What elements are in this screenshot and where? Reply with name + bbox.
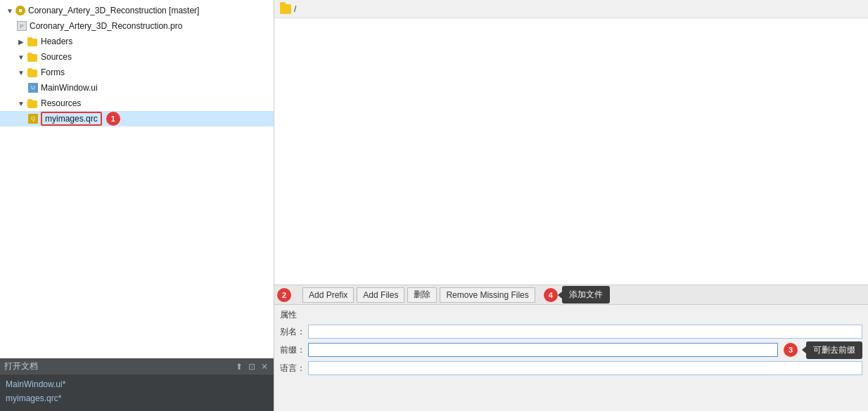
path-folder-icon bbox=[280, 4, 291, 14]
open-docs-list: MainWindow.ui* myimages.qrc* bbox=[0, 374, 274, 408]
doc-item-myimages-label: myimages.qrc* bbox=[6, 393, 61, 403]
sources-expand-icon: ▼ bbox=[17, 53, 25, 61]
project-tree: ▼ ■ Coronary_Artery_3D_Reconstruction [m… bbox=[0, 0, 274, 358]
open-docs-actions: ⬆ ⊡ ✕ bbox=[234, 362, 269, 372]
language-label: 语言： bbox=[280, 363, 308, 374]
forms-expand-icon: ▼ bbox=[17, 68, 25, 77]
delete-button[interactable]: 删除 bbox=[407, 287, 437, 303]
tree-item-headers[interactable]: ▶ Headers bbox=[0, 34, 274, 49]
tree-item-forms[interactable]: ▼ Forms bbox=[0, 65, 274, 80]
project-icon: ■ bbox=[15, 6, 25, 15]
prefix-row: 前缀： 3 可删去前缀 bbox=[280, 342, 862, 358]
open-docs-action-up[interactable]: ⬆ bbox=[234, 362, 244, 372]
open-docs-panel: 打开文档 ⬆ ⊡ ✕ MainWindow.ui* myimages.qrc* bbox=[0, 358, 274, 411]
badge-2: 2 bbox=[277, 288, 291, 302]
open-docs-action-split[interactable]: ⊡ bbox=[247, 362, 257, 372]
tree-item-pro[interactable]: P Coronary_Artery_3D_Reconstruction.pro bbox=[0, 18, 274, 34]
prefix-input-wrapper: 3 可删去前缀 bbox=[308, 341, 862, 359]
badge-1: 1 bbox=[106, 112, 120, 126]
forms-label: Forms bbox=[41, 67, 65, 77]
resource-panel: 2 Add Prefix Add Files 删除 Remove Missing… bbox=[274, 285, 868, 411]
forms-folder-icon bbox=[27, 67, 38, 77]
open-docs-title: 打开文档 bbox=[4, 360, 38, 372]
left-panel: ▼ ■ Coronary_Artery_3D_Reconstruction [m… bbox=[0, 0, 274, 411]
open-docs-header: 打开文档 ⬆ ⊡ ✕ bbox=[0, 359, 274, 374]
alias-input[interactable] bbox=[308, 325, 862, 339]
right-panel: / 2 Add Prefix Add Files 删除 bbox=[274, 0, 868, 411]
badge-3: 3 bbox=[784, 343, 798, 357]
resources-label: Resources bbox=[41, 98, 81, 108]
properties-section: 属性 别名： 前缀： 3 可删去前缀 bbox=[274, 305, 868, 383]
sources-folder-icon bbox=[27, 52, 38, 62]
mainwindow-ui-label: MainWindow.ui bbox=[41, 83, 98, 93]
tree-item-resources[interactable]: ▼ Resources bbox=[0, 96, 274, 111]
headers-expand-icon: ▶ bbox=[17, 37, 25, 46]
resources-expand-icon: ▼ bbox=[17, 99, 25, 107]
alias-row: 别名： bbox=[280, 324, 862, 339]
qrc-file-icon: Q bbox=[28, 114, 38, 124]
prefix-input[interactable] bbox=[308, 343, 778, 357]
pro-file-icon: P bbox=[17, 21, 27, 31]
path-text: / bbox=[294, 4, 296, 14]
headers-label: Headers bbox=[41, 37, 72, 46]
root-label: Coronary_Artery_3D_Reconstruction [maste… bbox=[28, 6, 199, 15]
language-input[interactable] bbox=[308, 361, 862, 375]
prefix-label: 前缀： bbox=[280, 344, 308, 356]
remove-missing-button[interactable]: Remove Missing Files bbox=[440, 287, 535, 303]
qrc-file-label: myimages.qrc bbox=[45, 114, 98, 124]
alias-label: 别名： bbox=[280, 326, 308, 338]
doc-item-mainwindow-label: MainWindow.ui* bbox=[6, 379, 65, 389]
doc-item-myimages[interactable]: myimages.qrc* bbox=[6, 391, 268, 405]
expand-icon: ▼ bbox=[6, 6, 14, 15]
language-row: 语言： bbox=[280, 360, 862, 376]
resources-folder-icon bbox=[27, 98, 38, 108]
pro-file-label: Coronary_Artery_3D_Reconstruction.pro bbox=[30, 21, 182, 31]
doc-item-mainwindow[interactable]: MainWindow.ui* bbox=[6, 377, 268, 391]
tooltip-add-files: 添加文件 bbox=[562, 286, 610, 304]
properties-title: 属性 bbox=[280, 309, 862, 321]
open-docs-action-close[interactable]: ✕ bbox=[260, 362, 269, 372]
tree-item-sources[interactable]: ▼ Sources bbox=[0, 49, 274, 65]
sources-label: Sources bbox=[41, 52, 72, 62]
path-bar: / bbox=[274, 0, 868, 18]
add-prefix-button[interactable]: Add Prefix bbox=[302, 287, 354, 303]
tree-item-myimages-qrc[interactable]: Q myimages.qrc 1 bbox=[0, 111, 274, 126]
tooltip-4-area: 4 添加文件 bbox=[544, 286, 610, 304]
qrc-file-label-box: myimages.qrc bbox=[41, 112, 102, 126]
badge-4: 4 bbox=[544, 288, 558, 302]
headers-folder-icon bbox=[27, 37, 38, 46]
badge-2-area: 2 bbox=[277, 288, 294, 302]
tree-root[interactable]: ▼ ■ Coronary_Artery_3D_Reconstruction [m… bbox=[0, 3, 274, 18]
tree-item-mainwindow-ui[interactable]: U MainWindow.ui bbox=[0, 80, 274, 96]
tooltip-prefix: 可删去前缀 bbox=[806, 341, 862, 359]
ui-file-icon: U bbox=[28, 83, 38, 93]
content-area bbox=[274, 18, 868, 285]
add-files-button[interactable]: Add Files bbox=[357, 287, 404, 303]
resource-toolbar: 2 Add Prefix Add Files 删除 Remove Missing… bbox=[274, 285, 868, 305]
